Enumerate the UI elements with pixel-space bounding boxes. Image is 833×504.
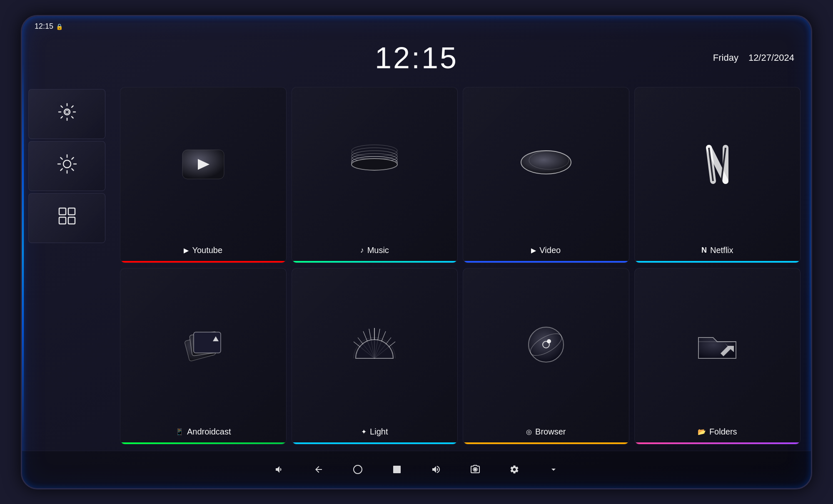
sidebar-item-allapps[interactable]: [28, 193, 105, 243]
svg-rect-33: [194, 332, 221, 353]
status-time-small: 12:15 🔒: [35, 22, 63, 31]
svg-rect-11: [59, 208, 66, 215]
app-tile-music[interactable]: ♪ Music: [292, 87, 458, 263]
bottom-nav: [22, 451, 811, 488]
browser-label-icon: ◎: [526, 428, 532, 436]
androidcast-label-icon: 📱: [175, 428, 184, 436]
settings-button[interactable]: [505, 460, 524, 479]
light-icon: [292, 268, 458, 423]
app-tile-light[interactable]: ✦ Light: [292, 268, 458, 444]
light-label-icon: ✦: [361, 428, 367, 436]
browser-icon: [463, 268, 629, 423]
svg-line-7: [60, 158, 62, 159]
vol-up-button[interactable]: [427, 460, 445, 479]
gear-icon: [57, 102, 77, 126]
svg-point-47: [547, 339, 551, 343]
status-time-text: 12:15: [35, 22, 53, 31]
home-button[interactable]: [349, 460, 367, 479]
app-tile-video[interactable]: ▶ Video: [463, 87, 629, 263]
main-clock: 12:15: [22, 41, 811, 75]
svg-point-22: [352, 159, 397, 170]
app-tile-folders[interactable]: 📂 Folders: [634, 268, 801, 444]
music-icon: [292, 87, 458, 242]
sun-icon: [56, 153, 78, 179]
day-label: Friday: [713, 52, 738, 63]
svg-point-0: [64, 109, 70, 115]
main-content: ▶ Youtube: [22, 81, 811, 451]
svg-line-8: [72, 169, 73, 170]
stop-button[interactable]: [388, 460, 406, 479]
sidebar-item-settings[interactable]: [28, 89, 105, 139]
svg-point-2: [63, 160, 71, 168]
app-tile-netflix[interactable]: N Netflix: [634, 87, 801, 263]
youtube-label: ▶ Youtube: [184, 246, 222, 255]
dropdown-button[interactable]: [544, 460, 563, 479]
video-icon: [463, 87, 629, 242]
folders-label-icon: 📂: [698, 428, 706, 436]
grid-icon: [57, 206, 77, 229]
svg-rect-14: [68, 217, 75, 224]
app-grid: ▶ Youtube: [114, 81, 811, 451]
video-label: ▶ Video: [531, 246, 561, 255]
date-display: Friday 12/27/2024: [713, 52, 794, 63]
youtube-icon: [120, 87, 286, 242]
app-tile-browser[interactable]: ◎ Browser: [463, 268, 629, 444]
video-label-icon: ▶: [531, 246, 536, 254]
screenshot-button[interactable]: [466, 460, 484, 479]
header: 12:15 Friday 12/27/2024: [22, 37, 811, 79]
svg-rect-12: [68, 208, 75, 215]
youtube-label-icon: ▶: [184, 246, 189, 254]
svg-line-10: [60, 169, 62, 170]
sidebar: [22, 81, 114, 451]
light-label: ✦ Light: [361, 427, 388, 437]
androidcast-icon: [120, 268, 286, 423]
folders-label: 📂 Folders: [698, 427, 737, 437]
app-tile-youtube[interactable]: ▶ Youtube: [120, 87, 287, 263]
back-button[interactable]: [309, 460, 328, 479]
browser-label: ◎ Browser: [526, 427, 566, 437]
status-bar: 12:15 🔒: [22, 16, 811, 37]
netflix-label-icon: N: [701, 246, 707, 255]
tablet-frame: 12:15 🔒 12:15 Friday 12/27/2024: [21, 15, 812, 489]
svg-rect-50: [393, 466, 401, 473]
folders-icon: [635, 268, 801, 423]
svg-point-1: [65, 110, 69, 114]
music-label-icon: ♪: [360, 246, 364, 255]
svg-line-9: [72, 158, 73, 159]
music-label: ♪ Music: [360, 246, 389, 255]
lock-icon: 🔒: [56, 23, 63, 30]
netflix-label: N Netflix: [701, 246, 733, 255]
svg-point-49: [354, 465, 362, 474]
date-label: 12/27/2024: [748, 52, 794, 63]
svg-point-51: [474, 468, 477, 471]
netflix-icon: [635, 87, 801, 242]
vol-down-button[interactable]: [270, 460, 289, 479]
app-tile-androidcast[interactable]: 📱 Androidcast: [120, 268, 287, 444]
androidcast-label: 📱 Androidcast: [175, 427, 231, 437]
sidebar-item-brightness[interactable]: [28, 141, 105, 191]
svg-rect-13: [59, 217, 66, 224]
